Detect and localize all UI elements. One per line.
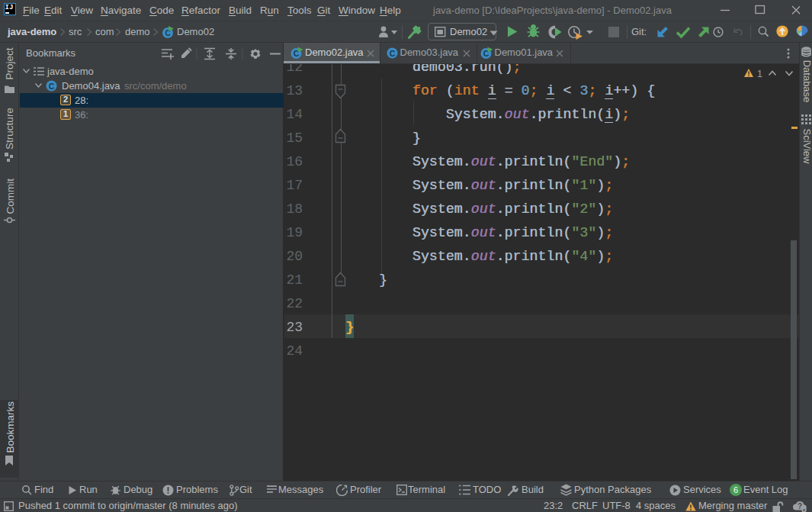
svg-text:C: C [49,82,55,91]
svg-text:C: C [389,49,395,58]
svg-text:1: 1 [757,69,762,79]
svg-text:?: ? [798,502,802,510]
